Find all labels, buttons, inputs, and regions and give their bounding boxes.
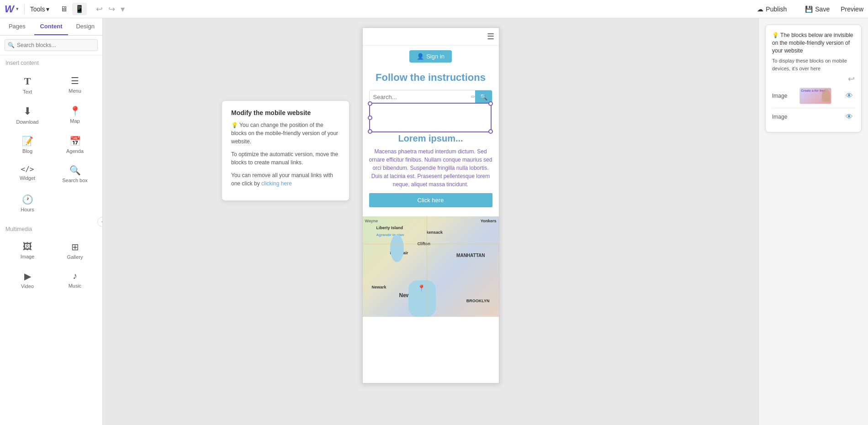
mobile-search-input[interactable] (370, 91, 475, 103)
sidebar-item-searchbox[interactable]: 🔍 Search box (52, 160, 98, 188)
save-button[interactable]: 💾 Save (799, 3, 836, 16)
music-icon: ♪ (73, 271, 77, 281)
gallery-icon: ⊞ (71, 241, 79, 252)
save-icon: 💾 (805, 5, 813, 13)
lorem-ipsum-title: Lorem ipsum... (369, 133, 492, 144)
menu-icon: ☰ (71, 75, 79, 86)
sidebar-item-widget[interactable]: </> Widget (5, 160, 50, 188)
visibility-toggle-2[interactable]: 👁 (844, 112, 855, 122)
map-road-h (363, 244, 499, 244)
clicking-here-link[interactable]: clicking here (261, 180, 292, 187)
history-chevron-btn[interactable]: ▾ (119, 3, 127, 15)
handle-ml (368, 115, 372, 120)
tab-design[interactable]: Design (68, 18, 102, 35)
search-section: ✏ 🔍 (369, 90, 492, 104)
sidebar-item-text[interactable]: T Text (5, 71, 50, 99)
searchbox-icon: 🔍 (69, 165, 81, 176)
agenda-icon: 📅 (69, 136, 81, 147)
download-label: Download (16, 119, 39, 125)
hamburger-icon[interactable]: ☰ (487, 31, 494, 42)
signin-area: 👤 Sign in (363, 50, 499, 63)
device-icons: 🖥 📱 (58, 3, 87, 15)
undo-arrow-decoration: ↩ (772, 74, 855, 84)
topbar-right: ☁ Publish 💾 Save Preview (750, 3, 863, 16)
map-label-liberty: Liberty Island (376, 226, 403, 230)
right-panel-tooltip: 💡 The blocks below are invisible on the … (765, 25, 862, 132)
insert-content-label: Insert content (0, 55, 102, 69)
click-here-button[interactable]: Click here (369, 193, 492, 207)
blog-icon: 📝 (22, 136, 33, 147)
undo-button[interactable]: ↩ (94, 3, 105, 15)
tools-menu[interactable]: Tools ▾ (30, 5, 50, 13)
publish-icon: ☁ (757, 5, 763, 13)
mobile-body-text: Macenas phaetra metud interdum dictum. S… (369, 147, 492, 189)
sidebar-item-menu[interactable]: ☰ Menu (52, 71, 98, 99)
sidebar-item-agenda[interactable]: 📅 Agenda (52, 131, 98, 158)
sidebar-item-music[interactable]: ♪ Music (52, 266, 98, 294)
search-wrap: 🔍 (5, 39, 98, 51)
text-icon: T (24, 75, 31, 87)
sidebar-grid-content: T Text ☰ Menu ⬇ Download 📍 Map (0, 69, 102, 221)
tab-content[interactable]: Content (34, 18, 69, 35)
rp-image-label-2: Image (772, 114, 787, 120)
sidebar-item-gallery[interactable]: ⊞ Gallery (52, 237, 98, 264)
tools-label: Tools (30, 5, 45, 13)
edit-icon: ✏ (471, 94, 476, 100)
tooltip-modify-mobile: Modify the mobile website 💡 You can chan… (222, 100, 349, 201)
sidebar-inner: Insert content T Text ☰ Menu ⬇ Download (0, 55, 102, 425)
music-label: Music (69, 283, 82, 289)
selection-box (369, 103, 492, 132)
signin-button[interactable]: 👤 Sign in (409, 50, 452, 63)
save-label: Save (815, 5, 830, 13)
publish-label: Publish (766, 5, 787, 13)
map-label-brooklyn: BROOKLYN (466, 299, 490, 303)
map-label-manhattan: MANHATTAN (456, 253, 485, 258)
signin-label: Sign in (426, 53, 445, 60)
mobile-search-bar[interactable]: ✏ 🔍 (369, 90, 492, 104)
logo[interactable]: W ▾ (5, 3, 19, 15)
map-placeholder: Wayne Yonkers Liberty Island Agrandir le… (363, 216, 499, 317)
download-icon: ⬇ (23, 105, 32, 117)
history-buttons: ↩ ↪ ▾ (94, 3, 127, 15)
visibility-toggle-1[interactable]: 👁 (844, 91, 855, 101)
map-label: Map (70, 118, 79, 124)
agenda-label: Agenda (66, 148, 84, 154)
sidebar-item-hours[interactable]: 🕐 Hours (5, 189, 50, 217)
image-label: Image (21, 254, 35, 259)
sidebar-item-video[interactable]: ▶ Video (5, 266, 50, 294)
right-panel: 💡 The blocks below are invisible on the … (758, 18, 868, 425)
gallery-label: Gallery (67, 254, 83, 260)
tab-pages[interactable]: Pages (0, 18, 34, 35)
map-icon: 📍 (69, 105, 81, 116)
rp-image-row-1: Image Create a for free 👁 (772, 84, 855, 108)
widget-label: Widget (20, 175, 35, 181)
widget-icon: </> (21, 165, 34, 173)
logo-chevron-icon: ▾ (16, 6, 19, 12)
sidebar-item-download[interactable]: ⬇ Download (5, 101, 50, 129)
search-button[interactable]: 🔍 (475, 90, 492, 103)
sidebar-item-image[interactable]: 🖼 Image (5, 237, 50, 264)
topbar-divider (24, 4, 25, 14)
image-icon: 🖼 (23, 241, 32, 252)
rp-image-thumb-1: Create a for free (799, 88, 831, 104)
signin-person-icon: 👤 (417, 53, 424, 60)
video-icon: ▶ (24, 271, 31, 282)
map-image: Wayne Yonkers Liberty Island Agrandir le… (363, 216, 499, 317)
topbar: W ▾ Tools ▾ 🖥 📱 ↩ ↪ ▾ ☁ Publish 💾 Save P… (0, 0, 868, 18)
menu-label: Menu (69, 88, 81, 94)
map-water-1 (390, 235, 404, 262)
mobile-map: Wayne Yonkers Liberty Island Agrandir le… (363, 216, 499, 317)
sidebar-item-map[interactable]: 📍 Map (52, 101, 98, 129)
right-panel-tooltip-title: 💡 The blocks below are invisible on the … (772, 31, 855, 54)
publish-button[interactable]: ☁ Publish (750, 3, 794, 16)
mobile-device-btn[interactable]: 📱 (72, 3, 87, 15)
redo-button[interactable]: ↪ (106, 3, 117, 15)
tooltip-modify-title: Modify the mobile website (231, 109, 340, 116)
preview-button[interactable]: Preview (841, 5, 863, 13)
mobile-frame: ☰ 👤 Sign in Follow the instructions ✏ 🔍 (362, 27, 499, 383)
tooltip-modify-para3: You can remove all your manual links wit… (231, 171, 340, 188)
search-blocks-input[interactable] (5, 39, 98, 51)
sidebar-item-blog[interactable]: 📝 Blog (5, 131, 50, 158)
desktop-device-btn[interactable]: 🖥 (58, 3, 70, 15)
map-label-wayne: Wayne (365, 219, 378, 223)
